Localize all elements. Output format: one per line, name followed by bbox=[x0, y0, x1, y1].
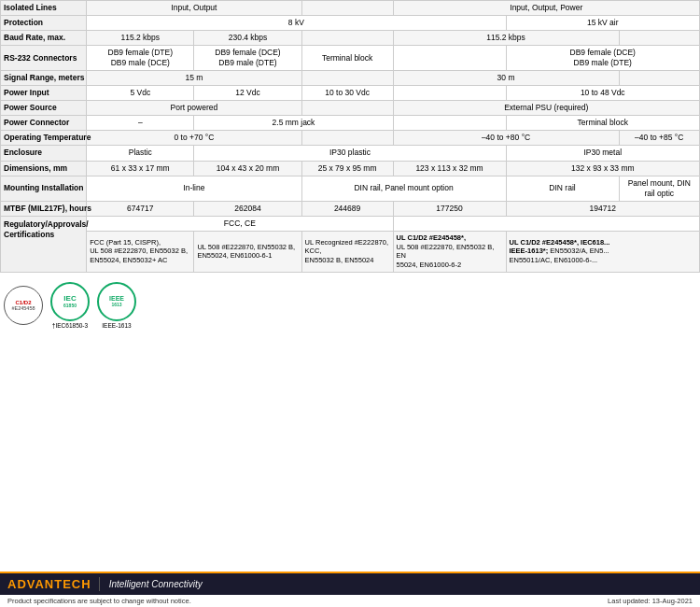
cell bbox=[393, 46, 506, 71]
footer-tagline: Intelligent Connectivity bbox=[109, 579, 203, 589]
cert-logo-iec: IEC 61850 †IEC61850-3 bbox=[50, 282, 90, 329]
specs-table: Isolated Lines Input, Output Input, Outp… bbox=[0, 0, 700, 273]
table-row: Baud Rate, max. 115.2 kbps 230.4 kbps 11… bbox=[1, 31, 700, 46]
footer: ADVANTECH Intelligent Connectivity Produ… bbox=[0, 572, 700, 607]
cell: 104 x 43 x 20 mm bbox=[194, 161, 301, 176]
cell: 30 m bbox=[393, 71, 619, 86]
cell: 10 to 30 Vdc bbox=[301, 86, 393, 101]
cell: UL Recognized #E222870, KCC,EN55032 B, E… bbox=[301, 231, 393, 272]
cell: 15 kV air bbox=[506, 16, 699, 31]
footer-notice: Product specifications are subject to ch… bbox=[7, 597, 191, 605]
cell bbox=[393, 116, 506, 131]
cell bbox=[393, 216, 699, 231]
cell: DB9 female (DCE)DB9 male (DTE) bbox=[194, 46, 301, 71]
table-row: Protection 8 kV 15 kV air bbox=[1, 16, 700, 31]
cell: UL 508 #E222870, EN55032 B,EN55024, EN61… bbox=[194, 231, 301, 272]
cell: 230.4 kbps bbox=[194, 31, 301, 46]
cell: Plastic bbox=[87, 146, 194, 161]
table-row: Power Connector – 2.5 mm jack Terminal b… bbox=[1, 116, 700, 131]
cell: – bbox=[87, 116, 194, 131]
cell bbox=[619, 71, 699, 86]
row-label: Isolated Lines bbox=[1, 1, 87, 16]
cell: FCC, CE bbox=[87, 216, 393, 231]
cell: 15 m bbox=[87, 71, 301, 86]
cell bbox=[301, 31, 393, 46]
row-label: Protection bbox=[1, 16, 87, 31]
cell: IP30 plastic bbox=[194, 146, 506, 161]
cell: DIN rail, Panel mount option bbox=[301, 176, 506, 201]
cell: UL C1/D2 #E245458*,UL 508 #E222870, EN55… bbox=[393, 231, 506, 272]
row-label: Dimensions, mm bbox=[1, 161, 87, 176]
cell: 132 x 93 x 33 mm bbox=[506, 161, 699, 176]
cell: 10 to 48 Vdc bbox=[506, 86, 699, 101]
table-row: Enclosure Plastic IP30 plastic IP30 meta… bbox=[1, 146, 700, 161]
row-label: Signal Range, meters bbox=[1, 71, 87, 86]
table-row: Dimensions, mm 61 x 33 x 17 mm 104 x 43 … bbox=[1, 161, 700, 176]
cell bbox=[301, 131, 393, 146]
cell: –40 to +85 °C bbox=[619, 131, 699, 146]
cert-logo-ieee: IEEE 1613 IEEE-1613 bbox=[97, 282, 136, 329]
table-row: RS-232 Connectors DB9 female (DTE)DB9 ma… bbox=[1, 46, 700, 71]
cell: 194712 bbox=[506, 201, 699, 216]
row-label: Power Connector bbox=[1, 116, 87, 131]
table-row: MTBF (MIL217F), hours 674717 262084 2446… bbox=[1, 201, 700, 216]
cell: External PSU (required) bbox=[393, 101, 699, 116]
row-label: Operating Temperature bbox=[1, 131, 87, 146]
cell bbox=[301, 1, 393, 16]
table-row: Mounting Installation In-line DIN rail, … bbox=[1, 176, 700, 201]
cell: Terminal block bbox=[301, 46, 393, 71]
cell: 61 x 33 x 17 mm bbox=[87, 161, 194, 176]
row-label: Enclosure bbox=[1, 146, 87, 161]
cell bbox=[393, 86, 506, 101]
row-label: RS-232 Connectors bbox=[1, 46, 87, 71]
cell: Terminal block bbox=[506, 116, 699, 131]
cell: DB9 female (DCE)DB9 male (DTE) bbox=[506, 46, 699, 71]
cell: 244689 bbox=[301, 201, 393, 216]
cell: Input, Output, Power bbox=[393, 1, 699, 16]
cell: 262084 bbox=[194, 201, 301, 216]
cell: DIN rail bbox=[506, 176, 619, 201]
table-row: Power Source Port powered External PSU (… bbox=[1, 101, 700, 116]
row-label: MTBF (MIL217F), hours bbox=[1, 201, 87, 216]
cell: Panel mount, DIN rail optic bbox=[619, 176, 699, 201]
table-row: FCC (Part 15, CISPR),UL 508 #E222870, EN… bbox=[1, 231, 700, 272]
cell: DB9 female (DTE)DB9 male (DCE) bbox=[87, 46, 194, 71]
footer-brand-bar: ADVANTECH Intelligent Connectivity bbox=[0, 573, 700, 595]
cell: Port powered bbox=[87, 101, 301, 116]
cell: FCC (Part 15, CISPR),UL 508 #E222870, EN… bbox=[87, 231, 194, 272]
cert-logos-section: C1/D2 #E245458 IEC 61850 †IEC61850-3 IEE… bbox=[4, 278, 700, 332]
row-label: Baud Rate, max. bbox=[1, 31, 87, 46]
cell bbox=[619, 31, 699, 46]
cell: 115.2 kbps bbox=[87, 31, 194, 46]
table-row: Signal Range, meters 15 m 30 m bbox=[1, 71, 700, 86]
cert-logo-ieee-label: IEEE-1613 bbox=[102, 322, 131, 329]
cell: 177250 bbox=[393, 201, 506, 216]
row-label: Regulatory/Approvals/Certifications bbox=[1, 216, 87, 272]
cell: In-line bbox=[87, 176, 301, 201]
cert-logo-1: C1/D2 #E245458 bbox=[4, 286, 43, 325]
cell: –40 to +80 °C bbox=[393, 131, 619, 146]
cell: 25 x 79 x 95 mm bbox=[301, 161, 393, 176]
row-label: Mounting Installation bbox=[1, 176, 87, 201]
row-label: Power Input bbox=[1, 86, 87, 101]
footer-info-bar: Product specifications are subject to ch… bbox=[0, 595, 700, 607]
cert-logo-iec-label: †IEC61850-3 bbox=[52, 322, 88, 329]
cell bbox=[301, 71, 393, 86]
row-label: Power Source bbox=[1, 101, 87, 116]
cell: Input, Output bbox=[87, 1, 301, 16]
cell: 123 x 113 x 32 mm bbox=[393, 161, 506, 176]
cell: 115.2 kbps bbox=[393, 31, 619, 46]
table-row: Operating Temperature 0 to +70 °C –40 to… bbox=[1, 131, 700, 146]
cell: 5 Vdc bbox=[87, 86, 194, 101]
cell bbox=[301, 101, 393, 116]
cell: UL C1/D2 #E245458*, IEC618...IEEE-1613*;… bbox=[506, 231, 699, 272]
cell: 674717 bbox=[87, 201, 194, 216]
brand-name: ADVANTECH bbox=[7, 577, 100, 591]
cell: 12 Vdc bbox=[194, 86, 301, 101]
table-row: Power Input 5 Vdc 12 Vdc 10 to 30 Vdc 10… bbox=[1, 86, 700, 101]
cell: IP30 metal bbox=[506, 146, 699, 161]
footer-updated: Last updated: 13-Aug-2021 bbox=[608, 597, 693, 605]
cell: 0 to +70 °C bbox=[87, 131, 301, 146]
cell: 2.5 mm jack bbox=[194, 116, 393, 131]
cell: 8 kV bbox=[87, 16, 506, 31]
